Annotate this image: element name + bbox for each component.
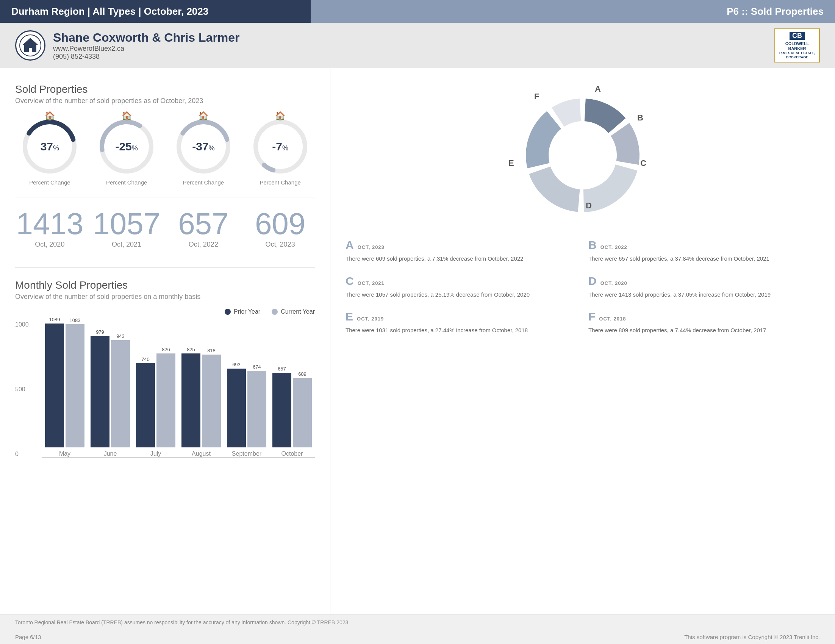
x-label-june: June — [104, 451, 117, 457]
donut-chart: A B C D E F — [507, 79, 658, 231]
bars-area: 10891083May979943June740826July825818Aug… — [42, 321, 315, 457]
cb-icon: CB — [790, 32, 805, 40]
legend-current: Current Year — [271, 308, 315, 315]
brand-name: Shane Coxworth & Chris Larmer — [53, 31, 240, 45]
gauge-value-3: -37% — [192, 140, 214, 153]
stat-label-2022: Oct, 2022 — [169, 240, 238, 248]
brand-text: Shane Coxworth & Chris Larmer www.Powero… — [53, 31, 240, 61]
legend-box-C: C OCT, 2021 There were 1057 sold propert… — [346, 275, 577, 299]
stat-2022: 657 Oct, 2022 — [169, 209, 238, 248]
gauge-circle-3: 🏠 -37% — [173, 116, 234, 177]
donut-label-A: A — [595, 84, 601, 94]
footer-disclaimer: Toronto Regional Real Estate Board (TRRE… — [0, 615, 835, 630]
header-left: Durham Region | All Types | October, 202… — [0, 0, 311, 23]
branding-bar: Shane Coxworth & Chris Larmer www.Powero… — [0, 23, 835, 68]
stats-row: 1413 Oct, 2020 1057 Oct, 2021 657 Oct, 2… — [15, 209, 315, 248]
bar-current-august: 818 — [202, 348, 221, 448]
gauge-2: 🏠 -25% Percent Change — [92, 116, 161, 186]
gauge-circle-2: 🏠 -25% — [96, 116, 157, 177]
legend-month-C: OCT, 2021 — [357, 280, 385, 286]
legend-letter-C: C — [346, 275, 354, 287]
gauge-value-4: -7% — [272, 140, 288, 153]
brand-phone: (905) 852-4338 — [53, 53, 240, 61]
legend-box-D: D OCT, 2020 There were 1413 sold propert… — [588, 275, 820, 299]
house-icon-4: 🏠 — [275, 111, 285, 121]
bar-group-august: 825818August — [182, 321, 221, 457]
bar-prior-june: 979 — [91, 329, 109, 448]
stat-label-2023: Oct, 2023 — [245, 240, 315, 248]
main-content: Sold Properties Overview of the number o… — [0, 68, 835, 615]
legend-desc-A: There were 609 sold properties, a 7.31% … — [346, 255, 577, 263]
legend-box-F: F OCT, 2018 There were 809 sold properti… — [588, 310, 820, 335]
legend-month-F: OCT, 2018 — [599, 316, 626, 322]
legend-grid: A OCT, 2023 There were 609 sold properti… — [346, 238, 820, 335]
y-label-0: 0 — [15, 451, 29, 457]
legend-box-E: E OCT, 2019 There were 1031 sold propert… — [346, 310, 577, 335]
gauge-value-2: -25% — [115, 140, 138, 153]
bar-current-july: 826 — [156, 347, 175, 448]
x-label-may: May — [59, 451, 70, 457]
donut-wrapper: A B C D E F — [346, 79, 820, 231]
page-number: Page 6/13 — [15, 634, 41, 640]
monthly-title: Monthly Sold Properties — [15, 279, 315, 291]
legend-letter-E: E — [346, 310, 353, 323]
legend-current-label: Current Year — [281, 308, 315, 315]
divider — [15, 268, 315, 268]
gauges-row: 🏠 37% Percent Change 🏠 — [15, 116, 315, 197]
gauge-circle-1: 🏠 37% — [19, 116, 80, 177]
brand-website: www.PowerofBluex2.ca — [53, 45, 240, 53]
header-title-right: P6 :: Sold Properties — [727, 6, 824, 18]
stat-number-2023: 609 — [245, 209, 315, 239]
brand-left: Shane Coxworth & Chris Larmer www.Powero… — [15, 30, 240, 61]
bar-current-june: 943 — [111, 333, 130, 448]
left-panel: Sold Properties Overview of the number o… — [0, 68, 330, 615]
bar-chart: 0 500 1000 10891083May979943June740826Ju… — [15, 321, 315, 480]
house-icon-2: 🏠 — [122, 111, 132, 121]
stat-2021: 1057 Oct, 2021 — [92, 209, 161, 248]
header: Durham Region | All Types | October, 202… — [0, 0, 835, 23]
bar-group-october: 657609October — [272, 321, 312, 457]
y-label-1000: 1000 — [15, 321, 29, 328]
donut-label-D: D — [586, 201, 592, 211]
copyright-text: This software program is Copyright © 202… — [684, 634, 820, 640]
gauge-1: 🏠 37% Percent Change — [15, 116, 84, 186]
right-panel: A B C D E F A OCT, 2023 There were 609 s… — [330, 68, 835, 615]
gauge-label-4: Percent Change — [260, 179, 301, 186]
cb-text: COLDWELL BANKER R.M.R. REAL ESTATE, BROK… — [779, 41, 815, 60]
legend-letter-D: D — [588, 275, 597, 287]
legend-month-B: OCT, 2022 — [601, 244, 627, 250]
stat-number-2020: 1413 — [15, 209, 84, 239]
stat-2020: 1413 Oct, 2020 — [15, 209, 84, 248]
legend-letter-A: A — [346, 238, 354, 251]
bar-prior-september: 693 — [227, 362, 246, 448]
legend-desc-C: There were 1057 sold properties, a 25.19… — [346, 290, 577, 299]
header-title-left: Durham Region | All Types | October, 202… — [11, 6, 208, 18]
bar-current-october: 609 — [293, 371, 312, 448]
house-icon-1: 🏠 — [45, 111, 55, 121]
gauge-label-2: Percent Change — [106, 179, 147, 186]
bar-current-september: 674 — [247, 364, 266, 448]
stat-label-2020: Oct, 2020 — [15, 240, 84, 248]
legend-month-E: OCT, 2019 — [357, 316, 384, 322]
bar-current-may: 1083 — [65, 318, 84, 448]
bar-group-june: 979943June — [91, 321, 130, 457]
stat-2023: 609 Oct, 2023 — [245, 209, 315, 248]
gauge-label-1: Percent Change — [29, 179, 70, 186]
legend-letter-B: B — [588, 238, 597, 251]
donut-label-C: C — [640, 158, 647, 168]
bar-prior-may: 1089 — [45, 317, 64, 448]
gauge-value-1: 37% — [41, 140, 59, 153]
coldwell-logo: CB COLDWELL BANKER R.M.R. REAL ESTATE, B… — [774, 28, 820, 63]
bar-prior-october: 657 — [272, 366, 291, 448]
chart-legend: Prior Year Current Year — [15, 308, 315, 315]
legend-prior-label: Prior Year — [234, 308, 260, 315]
legend-month-A: OCT, 2023 — [357, 244, 385, 250]
donut-label-F: F — [534, 92, 539, 102]
bar-group-july: 740826July — [136, 321, 175, 457]
svg-marker-1 — [23, 38, 38, 52]
house-icon-3: 🏠 — [198, 111, 208, 121]
x-label-october: October — [281, 451, 303, 457]
legend-box-A: A OCT, 2023 There were 609 sold properti… — [346, 238, 577, 263]
y-axis: 0 500 1000 — [15, 321, 29, 457]
sold-properties-title: Sold Properties — [15, 83, 315, 96]
